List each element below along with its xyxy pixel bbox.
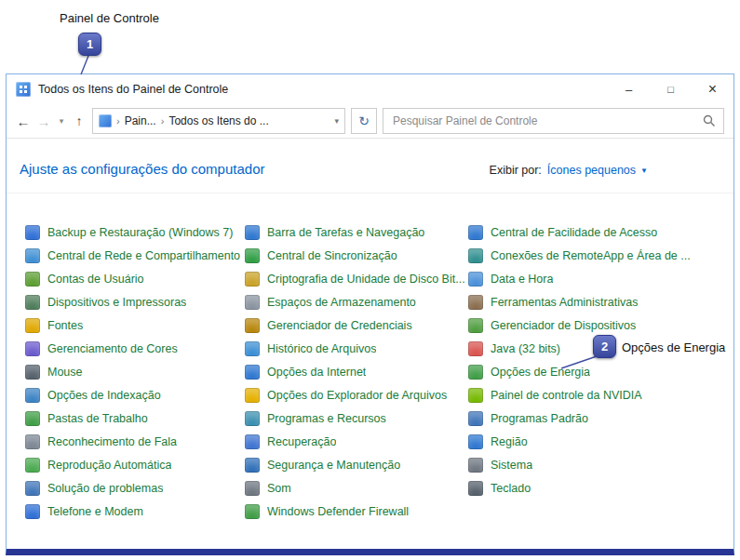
file-explorer-options-icon: [245, 388, 260, 403]
date-time-icon: [468, 272, 483, 287]
nvidia-control-panel-icon: [468, 388, 483, 403]
item-label: Reconhecimento de Fala: [47, 435, 177, 448]
view-by-label: Exibir por:: [490, 164, 542, 177]
item-historico-de-arquivos[interactable]: Histórico de Arquivos: [245, 337, 468, 360]
back-button[interactable]: ←: [16, 113, 31, 129]
item-opcoes-de-energia[interactable]: Opções de Energia: [468, 360, 730, 383]
address-dropdown-chevron-icon[interactable]: ▾: [334, 116, 339, 126]
item-central-de-rede[interactable]: Central de Rede e Compartilhamento: [25, 244, 245, 267]
item-label: Histórico de Arquivos: [267, 342, 376, 355]
breadcrumb-root[interactable]: Pain...: [125, 114, 156, 127]
item-sistema[interactable]: Sistema: [468, 453, 730, 476]
items-column-1: Backup e Restauração (Windows 7) Central…: [25, 220, 245, 523]
item-label: Windows Defender Firewall: [267, 505, 409, 518]
control-panel-window: Todos os Itens do Painel de Controle – □…: [6, 73, 734, 555]
speech-recognition-icon: [25, 434, 40, 449]
java-icon: [468, 341, 483, 356]
item-opcoes-da-internet[interactable]: Opções da Internet: [245, 360, 468, 383]
item-conexoes-remoteapp[interactable]: Conexões de RemoteApp e Área de ...: [468, 244, 730, 267]
title-bar: Todos os Itens do Painel de Controle – □…: [7, 74, 733, 104]
item-mouse[interactable]: Mouse: [25, 360, 245, 383]
page-title: Ajuste as configurações do computador: [20, 161, 265, 177]
item-label: Espaços de Armazenamento: [267, 296, 416, 309]
item-dispositivos-e-impressoras[interactable]: Dispositivos e Impressoras: [25, 290, 245, 313]
item-criptografia-bitlocker[interactable]: Criptografia de Unidade de Disco Bit...: [245, 267, 468, 290]
device-manager-icon: [468, 318, 483, 333]
item-label: Pastas de Trabalho: [47, 412, 148, 425]
item-label: Sistema: [491, 459, 532, 472]
work-folders-icon: [25, 411, 40, 426]
item-label: Telefone e Modem: [47, 505, 143, 518]
item-programas-padrao[interactable]: Programas Padrão: [468, 407, 730, 430]
maximize-button[interactable]: □: [650, 74, 692, 104]
item-gerenciador-de-dispositivos[interactable]: Gerenciador de Dispositivos: [468, 313, 730, 337]
item-label: Central de Rede e Compartilhamento: [47, 249, 240, 262]
item-backup-e-restauracao[interactable]: Backup e Restauração (Windows 7): [25, 220, 245, 244]
control-panel-icon[interactable]: [99, 114, 112, 127]
color-management-icon: [25, 341, 40, 356]
recent-locations-chevron-icon[interactable]: ▾: [57, 116, 66, 126]
control-panel-icon: [16, 82, 31, 97]
search-input[interactable]: [391, 113, 697, 128]
power-options-icon: [468, 365, 483, 380]
item-data-e-hora[interactable]: Data e Hora: [468, 267, 730, 290]
item-ferramentas-administrativas[interactable]: Ferramentas Administrativas: [468, 290, 730, 313]
refresh-icon: ↻: [358, 113, 370, 128]
ease-of-access-icon: [468, 225, 483, 240]
network-sharing-center-icon: [25, 248, 40, 263]
close-button[interactable]: ×: [692, 74, 733, 104]
minimize-button[interactable]: –: [608, 74, 650, 104]
item-windows-defender-firewall[interactable]: Windows Defender Firewall: [245, 500, 468, 523]
item-teclado[interactable]: Teclado: [468, 476, 730, 500]
item-reconhecimento-de-fala[interactable]: Reconhecimento de Fala: [25, 430, 245, 453]
item-label: Recuperação: [267, 435, 336, 448]
file-history-icon: [245, 341, 260, 356]
search-box[interactable]: [383, 108, 724, 134]
item-opcoes-de-indexacao[interactable]: Opções de Indexação: [25, 383, 245, 407]
item-central-de-sincronizacao[interactable]: Central de Sincronização: [245, 244, 468, 267]
item-telefone-e-modem[interactable]: Telefone e Modem: [25, 500, 245, 523]
item-recuperacao[interactable]: Recuperação: [245, 430, 468, 453]
item-painel-nvidia[interactable]: Painel de controle da NVIDIA: [468, 383, 730, 407]
region-icon: [468, 434, 483, 449]
item-label: Java (32 bits): [491, 342, 560, 355]
forward-button[interactable]: →: [36, 113, 51, 129]
breadcrumb-current[interactable]: Todos os Itens do ...: [168, 114, 268, 127]
item-espacos-de-armazenamento[interactable]: Espaços de Armazenamento: [245, 290, 468, 313]
item-opcoes-do-explorador[interactable]: Opções do Explorador de Arquivos: [245, 383, 468, 407]
item-central-de-facilidade[interactable]: Central de Facilidade de Acesso: [468, 220, 730, 244]
item-gerenciador-de-credenciais[interactable]: Gerenciador de Credenciais: [245, 313, 468, 337]
search-icon[interactable]: [703, 114, 716, 127]
item-solucao-de-problemas[interactable]: Solução de problemas: [25, 476, 245, 500]
default-programs-icon: [468, 411, 483, 426]
up-button[interactable]: ↑: [72, 113, 87, 128]
programs-features-icon: [245, 411, 260, 426]
breadcrumb-separator-icon: ›: [161, 115, 165, 127]
refresh-button[interactable]: ↻: [351, 108, 377, 134]
item-regiao[interactable]: Região: [468, 430, 730, 453]
internet-options-icon: [245, 365, 260, 380]
autoplay-icon: [25, 458, 40, 473]
item-fontes[interactable]: Fontes: [25, 313, 245, 337]
address-bar[interactable]: › Pain... › Todos os Itens do ... ▾: [92, 108, 345, 134]
item-reproducao-automatica[interactable]: Reprodução Automática: [25, 453, 245, 476]
phone-modem-icon: [25, 504, 40, 519]
screenshot-root: Painel de Controle 1 Opções de Energia 2…: [0, 0, 740, 560]
item-label: Data e Hora: [491, 273, 553, 286]
item-barra-de-tarefas[interactable]: Barra de Tarefas e Navegação: [245, 220, 468, 244]
callout-line-1: [81, 56, 88, 74]
item-label: Reprodução Automática: [47, 459, 171, 472]
items-column-3: Central de Facilidade de Acesso Conexões…: [468, 220, 730, 523]
item-programas-e-recursos[interactable]: Programas e Recursos: [245, 407, 468, 430]
callout-badge-1: 1: [78, 33, 101, 56]
item-seguranca-e-manutencao[interactable]: Segurança e Manutenção: [245, 453, 468, 476]
system-icon: [468, 458, 483, 473]
item-pastas-de-trabalho[interactable]: Pastas de Trabalho: [25, 407, 245, 430]
item-contas-de-usuario[interactable]: Contas de Usuário: [25, 267, 245, 290]
item-label: Mouse: [47, 366, 83, 379]
item-som[interactable]: Som: [245, 476, 468, 500]
item-gerenciamento-de-cores[interactable]: Gerenciamento de Cores: [25, 337, 245, 360]
view-by-dropdown[interactable]: Ícones pequenos ▼: [547, 164, 648, 177]
item-label: Região: [491, 435, 528, 448]
security-maintenance-icon: [245, 458, 260, 473]
